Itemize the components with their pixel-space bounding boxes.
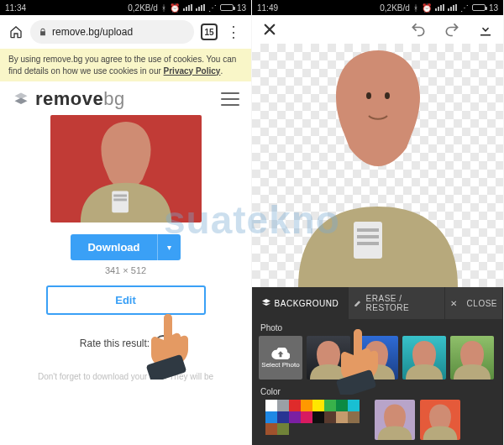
wifi-icon: ⋰ — [208, 3, 217, 13]
phone-right: 11:49 0,2KB/d ᚼ ⏰ ⋰ 13 — [252, 0, 504, 445]
editor-toolbar — [252, 15, 503, 44]
browser-chrome: remove.bg/upload 15 ⋮ — [0, 15, 251, 49]
download-button[interactable]: Download — [71, 234, 156, 260]
battery-icon — [472, 4, 486, 11]
tab-close[interactable]: ✕ CLOSE — [445, 287, 503, 319]
privacy-link[interactable]: Privacy Policy — [164, 66, 221, 76]
photo-thumbs: Select Photo — [252, 336, 503, 383]
color-swatch[interactable] — [289, 400, 301, 411]
cutout-person — [281, 44, 475, 287]
color-swatch[interactable] — [289, 411, 301, 423]
section-label-color: Color — [252, 383, 503, 400]
svg-rect-6 — [357, 228, 379, 232]
section-label-photo: Photo — [252, 319, 503, 336]
signal-icon — [435, 4, 444, 11]
svg-rect-5 — [354, 222, 382, 259]
status-net: 0,2KB/d — [128, 3, 158, 13]
person-illustration — [63, 115, 189, 222]
color-swatch[interactable] — [277, 411, 289, 423]
color-swatch[interactable] — [336, 400, 348, 411]
color-swatch[interactable] — [301, 400, 312, 411]
redo-icon[interactable] — [443, 20, 461, 39]
tab-erase[interactable]: ERASE / RESTORE — [349, 287, 445, 319]
main-content: Download ▾ 341 × 512 Edit Rate this resu… — [0, 115, 251, 445]
signal-icon-2 — [448, 4, 457, 11]
svg-rect-1 — [112, 191, 129, 213]
tab-count[interactable]: 15 — [201, 24, 218, 40]
upload-thumb[interactable]: Select Photo — [259, 336, 302, 380]
alarm-icon: ⏰ — [170, 3, 180, 13]
color-swatch[interactable] — [265, 423, 277, 435]
bg-thumb-color-2[interactable] — [420, 400, 460, 440]
color-swatch[interactable] — [324, 411, 336, 423]
pencil-icon — [354, 298, 363, 308]
site-header: removebg — [0, 81, 251, 115]
brand-icon — [12, 92, 30, 107]
status-bar: 11:34 0,2KB/d ᚼ ⏰ ⋰ 13 — [0, 0, 251, 15]
result-image — [50, 115, 202, 222]
url-text: remove.bg/upload — [52, 26, 133, 38]
url-bar[interactable]: remove.bg/upload — [30, 20, 194, 44]
alarm-icon: ⏰ — [422, 3, 432, 13]
color-swatch[interactable] — [348, 400, 360, 411]
color-swatch[interactable] — [348, 411, 360, 423]
close-icon[interactable] — [260, 20, 279, 39]
footer-hint: Don't forget to download your files. The… — [38, 372, 213, 381]
color-swatch[interactable] — [277, 423, 289, 435]
color-swatch[interactable] — [324, 400, 336, 411]
editor-panel: BACKGROUND ERASE / RESTORE ✕ CLOSE Photo… — [252, 287, 503, 445]
menu-icon[interactable]: ⋮ — [224, 24, 243, 39]
rate-label: Rate this result: — [80, 338, 150, 349]
tab-background[interactable]: BACKGROUND — [252, 287, 349, 319]
status-time: 11:49 — [257, 3, 278, 13]
hamburger-icon[interactable] — [221, 92, 239, 106]
color-swatch[interactable] — [265, 411, 277, 423]
edit-button[interactable]: Edit — [46, 285, 206, 315]
battery-pct: 13 — [489, 3, 498, 13]
color-swatch[interactable] — [277, 400, 289, 411]
battery-pct: 13 — [237, 3, 246, 13]
color-swatch[interactable] — [265, 400, 277, 411]
svg-point-10 — [385, 92, 390, 99]
download-icon[interactable] — [476, 20, 495, 39]
home-icon[interactable] — [8, 25, 24, 39]
brand-name: removebg — [35, 88, 125, 110]
bg-thumb-4[interactable] — [450, 336, 494, 380]
status-net: 0,2KB/d — [380, 3, 410, 13]
layers-icon — [261, 298, 271, 308]
cookie-line1: By using remove.bg you agree to the use … — [8, 55, 236, 64]
svg-point-9 — [366, 92, 371, 99]
bluetooth-icon: ᚼ — [413, 3, 418, 13]
cookie-line2a: find details on how we use cookies in ou… — [8, 66, 164, 76]
phone-left: 11:34 0,2KB/d ᚼ ⏰ ⋰ 13 remove.bg/upload … — [0, 0, 252, 445]
color-swatch[interactable] — [336, 411, 348, 423]
color-swatch[interactable] — [301, 411, 312, 423]
color-swatches — [259, 400, 370, 440]
svg-rect-8 — [357, 242, 379, 245]
download-button-group: Download ▾ — [71, 234, 180, 260]
undo-icon[interactable] — [409, 20, 428, 39]
editor-canvas[interactable] — [252, 44, 503, 287]
download-dropdown[interactable]: ▾ — [157, 234, 181, 260]
bg-thumb-3[interactable] — [402, 336, 446, 380]
bg-thumb-2[interactable] — [354, 336, 398, 380]
svg-rect-7 — [357, 235, 379, 238]
svg-rect-2 — [113, 195, 127, 197]
signal-icon-2 — [196, 4, 205, 11]
status-bar: 11:49 0,2KB/d ᚼ ⏰ ⋰ 13 — [252, 0, 503, 15]
bg-thumb-color-1[interactable] — [375, 400, 415, 440]
smile-icon[interactable] — [155, 335, 171, 352]
color-swatch[interactable] — [312, 411, 324, 423]
battery-icon — [220, 4, 234, 11]
signal-icon — [183, 4, 192, 11]
image-dimensions: 341 × 512 — [105, 265, 146, 275]
bluetooth-icon: ᚼ — [161, 3, 166, 13]
svg-rect-3 — [113, 198, 127, 201]
panel-tabs: BACKGROUND ERASE / RESTORE ✕ CLOSE — [252, 287, 503, 319]
cookie-banner: By using remove.bg you agree to the use … — [0, 49, 251, 81]
lock-icon — [39, 27, 47, 37]
color-swatch[interactable] — [312, 400, 324, 411]
cloud-upload-icon — [271, 348, 290, 359]
bg-thumb-1[interactable] — [307, 336, 350, 380]
status-time: 11:34 — [5, 3, 26, 13]
